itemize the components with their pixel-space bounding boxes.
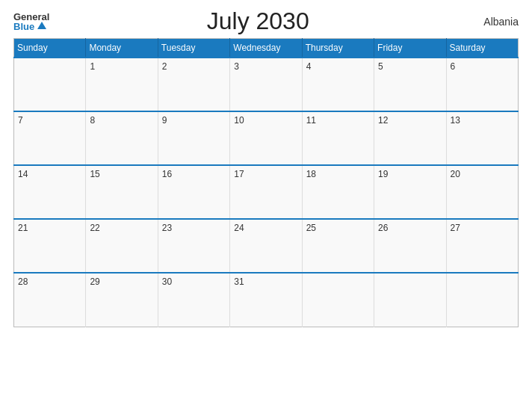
calendar-cell: 19 (374, 165, 446, 219)
calendar-cell: 27 (446, 219, 518, 273)
day-header-sunday: Sunday (14, 39, 86, 58)
calendar-cell: 23 (158, 219, 229, 273)
day-header-monday: Monday (86, 39, 158, 58)
calendar-cell: 11 (302, 111, 374, 165)
day-number: 21 (18, 223, 28, 233)
day-number: 9 (162, 115, 167, 126)
calendar-week-1: 123456 (14, 58, 519, 111)
calendar-header-row: SundayMondayTuesdayWednesdayThursdayFrid… (14, 39, 519, 58)
calendar-header: General Blue July 2030 Albania (13, 7, 519, 35)
logo-triangle-icon (37, 22, 46, 29)
calendar-cell: 21 (14, 219, 86, 273)
calendar-table: SundayMondayTuesdayWednesdayThursdayFrid… (13, 38, 519, 327)
day-number: 26 (378, 223, 388, 233)
day-header-saturday: Saturday (446, 39, 518, 58)
country-label: Albania (466, 16, 519, 28)
calendar-week-2: 78910111213 (14, 111, 519, 165)
calendar-cell: 26 (374, 219, 446, 273)
day-number: 6 (451, 61, 456, 72)
calendar-cell: 28 (14, 273, 86, 327)
day-number: 24 (234, 223, 244, 233)
calendar-cell: 5 (374, 58, 446, 111)
day-number: 5 (378, 61, 383, 72)
calendar-cell: 29 (86, 273, 158, 327)
day-number: 15 (90, 169, 99, 179)
calendar-cell: 6 (446, 58, 518, 111)
calendar-cell: 31 (230, 273, 302, 327)
day-number: 28 (18, 276, 28, 287)
calendar-cell (14, 58, 86, 111)
calendar-cell: 13 (446, 111, 518, 165)
calendar-cell: 14 (14, 165, 86, 219)
calendar-cell: 7 (14, 111, 86, 165)
calendar-week-5: 28293031 (14, 273, 519, 327)
calendar-cell: 12 (374, 111, 446, 165)
day-number: 14 (18, 169, 28, 179)
day-header-friday: Friday (374, 39, 446, 58)
logo: General Blue (13, 12, 49, 31)
calendar-cell (374, 273, 446, 327)
calendar-cell (446, 273, 518, 327)
calendar-week-4: 21222324252627 (14, 219, 519, 273)
calendar-cell (302, 273, 374, 327)
day-number: 2 (162, 61, 167, 72)
day-number: 22 (90, 223, 99, 233)
day-number: 13 (451, 115, 460, 126)
day-number: 4 (306, 61, 312, 72)
day-number: 10 (234, 115, 244, 126)
calendar-cell: 25 (302, 219, 374, 273)
month-title: July 2030 (49, 7, 466, 35)
calendar-cell: 2 (158, 58, 229, 111)
day-number: 17 (234, 169, 244, 179)
calendar-cell: 17 (230, 165, 302, 219)
logo-general-text: General (13, 12, 49, 22)
day-number: 8 (90, 115, 95, 126)
calendar-cell: 1 (86, 58, 158, 111)
calendar-cell: 4 (302, 58, 374, 111)
calendar-cell: 10 (230, 111, 302, 165)
day-number: 29 (90, 276, 99, 287)
day-number: 18 (306, 169, 316, 179)
calendar-cell: 30 (158, 273, 229, 327)
calendar-cell: 20 (446, 165, 518, 219)
calendar-cell: 24 (230, 219, 302, 273)
day-number: 12 (378, 115, 388, 126)
day-header-tuesday: Tuesday (158, 39, 229, 58)
calendar-cell: 9 (158, 111, 229, 165)
calendar-cell: 22 (86, 219, 158, 273)
day-header-wednesday: Wednesday (230, 39, 302, 58)
day-number: 1 (90, 61, 95, 72)
day-number: 7 (18, 115, 23, 126)
calendar-cell: 15 (86, 165, 158, 219)
day-number: 27 (451, 223, 460, 233)
calendar-week-3: 14151617181920 (14, 165, 519, 219)
calendar-cell: 3 (230, 58, 302, 111)
calendar-cell: 16 (158, 165, 229, 219)
day-number: 23 (162, 223, 172, 233)
day-number: 30 (162, 276, 172, 287)
day-header-thursday: Thursday (302, 39, 374, 58)
day-number: 31 (234, 276, 244, 287)
day-number: 19 (378, 169, 388, 179)
day-number: 11 (306, 115, 316, 126)
logo-blue-text: Blue (13, 22, 34, 31)
day-number: 20 (451, 169, 460, 179)
day-number: 25 (306, 223, 316, 233)
day-number: 16 (162, 169, 172, 179)
calendar-cell: 8 (86, 111, 158, 165)
day-number: 3 (234, 61, 239, 72)
calendar-cell: 18 (302, 165, 374, 219)
